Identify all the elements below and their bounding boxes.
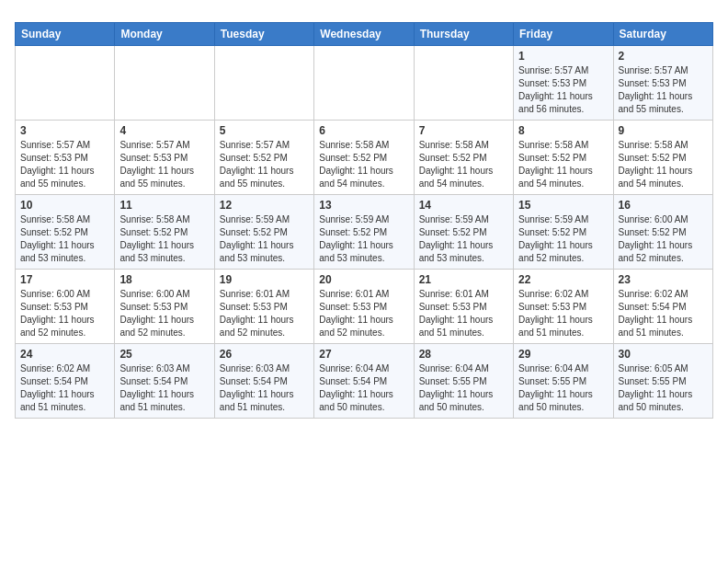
calendar-week-row: 24Sunrise: 6:02 AM Sunset: 5:54 PM Dayli…	[16, 344, 713, 419]
day-number: 3	[20, 124, 109, 137]
weekday-header: Friday	[514, 23, 613, 46]
day-number: 18	[119, 273, 209, 286]
calendar-cell: 9Sunrise: 5:58 AM Sunset: 5:52 PM Daylig…	[613, 121, 712, 195]
weekday-header: Sunday	[16, 23, 115, 46]
calendar-week-row: 17Sunrise: 6:00 AM Sunset: 5:53 PM Dayli…	[16, 270, 713, 344]
day-number: 9	[619, 124, 708, 137]
day-info: Sunrise: 6:04 AM Sunset: 5:55 PM Dayligh…	[419, 362, 508, 414]
calendar-cell: 20Sunrise: 6:01 AM Sunset: 5:53 PM Dayli…	[314, 270, 414, 344]
calendar-cell: 12Sunrise: 5:59 AM Sunset: 5:52 PM Dayli…	[214, 195, 313, 270]
weekday-header: Monday	[115, 23, 214, 46]
calendar-cell	[214, 46, 313, 121]
day-info: Sunrise: 5:59 AM Sunset: 5:52 PM Dayligh…	[419, 213, 508, 265]
calendar-cell	[414, 46, 513, 121]
day-info: Sunrise: 6:03 AM Sunset: 5:54 PM Dayligh…	[220, 362, 309, 414]
day-info: Sunrise: 6:04 AM Sunset: 5:55 PM Dayligh…	[518, 362, 608, 414]
weekday-header: Wednesday	[314, 23, 414, 46]
calendar-cell	[16, 46, 115, 121]
calendar-cell	[115, 46, 214, 121]
day-info: Sunrise: 6:02 AM Sunset: 5:54 PM Dayligh…	[20, 362, 109, 414]
day-number: 28	[419, 348, 508, 361]
calendar: SundayMondayTuesdayWednesdayThursdayFrid…	[15, 22, 713, 419]
calendar-cell: 6Sunrise: 5:58 AM Sunset: 5:52 PM Daylig…	[314, 121, 414, 195]
day-number: 13	[319, 199, 408, 212]
day-number: 20	[319, 273, 408, 286]
day-number: 25	[119, 348, 209, 361]
day-info: Sunrise: 5:58 AM Sunset: 5:52 PM Dayligh…	[619, 139, 708, 190]
calendar-cell: 29Sunrise: 6:04 AM Sunset: 5:55 PM Dayli…	[514, 344, 613, 419]
calendar-cell: 23Sunrise: 6:02 AM Sunset: 5:54 PM Dayli…	[613, 270, 712, 344]
calendar-cell: 3Sunrise: 5:57 AM Sunset: 5:53 PM Daylig…	[16, 121, 115, 195]
day-info: Sunrise: 6:00 AM Sunset: 5:53 PM Dayligh…	[119, 288, 209, 339]
calendar-cell: 10Sunrise: 5:58 AM Sunset: 5:52 PM Dayli…	[16, 195, 115, 270]
calendar-cell: 30Sunrise: 6:05 AM Sunset: 5:55 PM Dayli…	[613, 344, 712, 419]
day-info: Sunrise: 5:58 AM Sunset: 5:52 PM Dayligh…	[20, 213, 109, 265]
day-number: 1	[518, 50, 608, 63]
day-info: Sunrise: 5:58 AM Sunset: 5:52 PM Dayligh…	[119, 213, 209, 265]
day-info: Sunrise: 6:01 AM Sunset: 5:53 PM Dayligh…	[419, 288, 508, 339]
calendar-week-row: 3Sunrise: 5:57 AM Sunset: 5:53 PM Daylig…	[16, 121, 713, 195]
day-number: 10	[20, 199, 109, 212]
day-info: Sunrise: 6:00 AM Sunset: 5:52 PM Dayligh…	[619, 213, 708, 265]
calendar-week-row: 1Sunrise: 5:57 AM Sunset: 5:53 PM Daylig…	[16, 46, 713, 121]
day-number: 30	[619, 348, 708, 361]
day-number: 6	[319, 124, 408, 137]
day-info: Sunrise: 6:01 AM Sunset: 5:53 PM Dayligh…	[319, 288, 408, 339]
calendar-week-row: 10Sunrise: 5:58 AM Sunset: 5:52 PM Dayli…	[16, 195, 713, 270]
day-number: 27	[319, 348, 408, 361]
calendar-cell: 25Sunrise: 6:03 AM Sunset: 5:54 PM Dayli…	[115, 344, 214, 419]
calendar-cell: 28Sunrise: 6:04 AM Sunset: 5:55 PM Dayli…	[414, 344, 513, 419]
day-number: 5	[220, 124, 309, 137]
weekday-header: Saturday	[613, 23, 712, 46]
day-number: 19	[220, 273, 309, 286]
day-number: 4	[119, 124, 209, 137]
day-info: Sunrise: 5:57 AM Sunset: 5:52 PM Dayligh…	[220, 139, 309, 190]
day-info: Sunrise: 6:00 AM Sunset: 5:53 PM Dayligh…	[20, 288, 109, 339]
calendar-cell: 19Sunrise: 6:01 AM Sunset: 5:53 PM Dayli…	[214, 270, 313, 344]
day-number: 7	[419, 124, 508, 137]
day-number: 2	[619, 50, 708, 63]
day-number: 24	[20, 348, 109, 361]
calendar-cell: 7Sunrise: 5:58 AM Sunset: 5:52 PM Daylig…	[414, 121, 513, 195]
calendar-cell: 14Sunrise: 5:59 AM Sunset: 5:52 PM Dayli…	[414, 195, 513, 270]
calendar-cell: 24Sunrise: 6:02 AM Sunset: 5:54 PM Dayli…	[16, 344, 115, 419]
day-number: 8	[518, 124, 608, 137]
weekday-header: Thursday	[414, 23, 513, 46]
day-info: Sunrise: 5:57 AM Sunset: 5:53 PM Dayligh…	[119, 139, 209, 190]
day-info: Sunrise: 6:03 AM Sunset: 5:54 PM Dayligh…	[119, 362, 209, 414]
day-info: Sunrise: 5:57 AM Sunset: 5:53 PM Dayligh…	[20, 139, 109, 190]
calendar-cell: 4Sunrise: 5:57 AM Sunset: 5:53 PM Daylig…	[115, 121, 214, 195]
day-info: Sunrise: 6:01 AM Sunset: 5:53 PM Dayligh…	[220, 288, 309, 339]
calendar-cell: 13Sunrise: 5:59 AM Sunset: 5:52 PM Dayli…	[314, 195, 414, 270]
day-info: Sunrise: 6:02 AM Sunset: 5:53 PM Dayligh…	[518, 288, 608, 339]
day-info: Sunrise: 5:59 AM Sunset: 5:52 PM Dayligh…	[319, 213, 408, 265]
day-number: 21	[419, 273, 508, 286]
day-info: Sunrise: 6:05 AM Sunset: 5:55 PM Dayligh…	[619, 362, 708, 414]
calendar-cell: 26Sunrise: 6:03 AM Sunset: 5:54 PM Dayli…	[214, 344, 313, 419]
calendar-cell: 21Sunrise: 6:01 AM Sunset: 5:53 PM Dayli…	[414, 270, 513, 344]
day-number: 22	[518, 273, 608, 286]
day-info: Sunrise: 6:02 AM Sunset: 5:54 PM Dayligh…	[619, 288, 708, 339]
calendar-cell: 17Sunrise: 6:00 AM Sunset: 5:53 PM Dayli…	[16, 270, 115, 344]
day-info: Sunrise: 5:57 AM Sunset: 5:53 PM Dayligh…	[518, 64, 608, 116]
calendar-cell: 1Sunrise: 5:57 AM Sunset: 5:53 PM Daylig…	[514, 46, 613, 121]
day-number: 14	[419, 199, 508, 212]
day-info: Sunrise: 5:57 AM Sunset: 5:53 PM Dayligh…	[619, 64, 708, 116]
day-number: 11	[119, 199, 209, 212]
calendar-cell: 16Sunrise: 6:00 AM Sunset: 5:52 PM Dayli…	[613, 195, 712, 270]
calendar-cell: 15Sunrise: 5:59 AM Sunset: 5:52 PM Dayli…	[514, 195, 613, 270]
calendar-cell: 2Sunrise: 5:57 AM Sunset: 5:53 PM Daylig…	[613, 46, 712, 121]
day-info: Sunrise: 5:59 AM Sunset: 5:52 PM Dayligh…	[518, 213, 608, 265]
day-number: 23	[619, 273, 708, 286]
day-info: Sunrise: 5:58 AM Sunset: 5:52 PM Dayligh…	[419, 139, 508, 190]
calendar-cell: 18Sunrise: 6:00 AM Sunset: 5:53 PM Dayli…	[115, 270, 214, 344]
day-number: 17	[20, 273, 109, 286]
day-number: 12	[220, 199, 309, 212]
calendar-cell	[314, 46, 414, 121]
calendar-cell: 11Sunrise: 5:58 AM Sunset: 5:52 PM Dayli…	[115, 195, 214, 270]
weekday-header: Tuesday	[214, 23, 313, 46]
day-number: 26	[220, 348, 309, 361]
day-info: Sunrise: 5:59 AM Sunset: 5:52 PM Dayligh…	[220, 213, 309, 265]
day-info: Sunrise: 5:58 AM Sunset: 5:52 PM Dayligh…	[518, 139, 608, 190]
day-number: 15	[518, 199, 608, 212]
